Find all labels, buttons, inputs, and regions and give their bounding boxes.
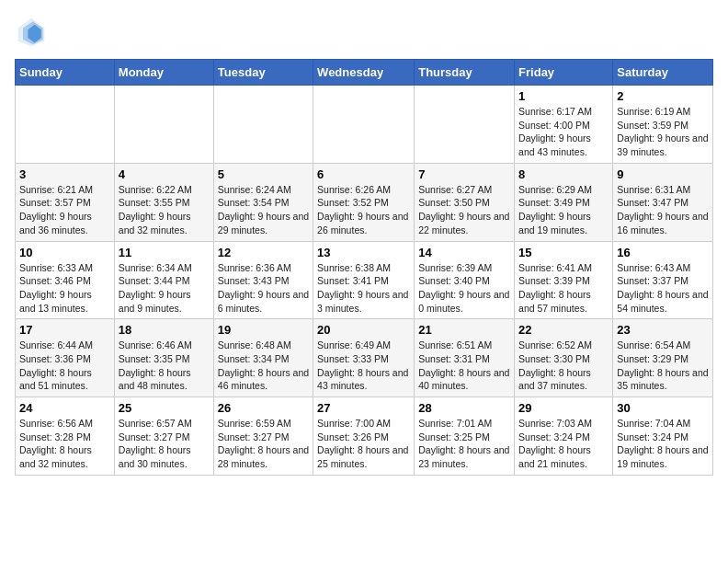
calendar-cell: 16Sunrise: 6:43 AMSunset: 3:37 PMDayligh… — [613, 241, 713, 319]
page-header — [15, 15, 713, 48]
day-number: 6 — [317, 167, 410, 181]
day-number: 26 — [218, 401, 309, 415]
calendar-cell: 12Sunrise: 6:36 AMSunset: 3:43 PMDayligh… — [213, 241, 313, 319]
day-info: Sunrise: 6:31 AMSunset: 3:47 PMDaylight:… — [617, 183, 709, 237]
header-tuesday: Tuesday — [213, 60, 313, 86]
calendar-cell: 20Sunrise: 6:49 AMSunset: 3:33 PMDayligh… — [313, 319, 415, 397]
calendar-cell: 7Sunrise: 6:27 AMSunset: 3:50 PMDaylight… — [415, 163, 515, 241]
day-number: 19 — [218, 323, 309, 337]
header-friday: Friday — [515, 60, 613, 86]
day-number: 27 — [317, 401, 410, 415]
calendar-cell: 28Sunrise: 7:01 AMSunset: 3:25 PMDayligh… — [415, 397, 515, 476]
calendar-cell — [213, 86, 313, 164]
day-number: 24 — [19, 401, 110, 415]
calendar-cell — [114, 86, 213, 164]
day-info: Sunrise: 6:39 AMSunset: 3:40 PMDaylight:… — [418, 261, 510, 316]
calendar-header-row: SundayMondayTuesdayWednesdayThursdayFrid… — [16, 60, 713, 86]
logo-icon — [15, 15, 48, 48]
day-info: Sunrise: 7:00 AMSunset: 3:26 PMDaylight:… — [317, 417, 410, 471]
day-info: Sunrise: 6:48 AMSunset: 3:34 PMDaylight:… — [218, 339, 309, 393]
day-number: 8 — [518, 167, 609, 181]
calendar-cell: 17Sunrise: 6:44 AMSunset: 3:36 PMDayligh… — [16, 319, 115, 397]
calendar-cell: 2Sunrise: 6:19 AMSunset: 3:59 PMDaylight… — [613, 86, 713, 164]
calendar-week-5: 24Sunrise: 6:56 AMSunset: 3:28 PMDayligh… — [16, 397, 713, 476]
day-info: Sunrise: 6:46 AMSunset: 3:35 PMDaylight:… — [119, 339, 210, 393]
day-info: Sunrise: 6:49 AMSunset: 3:33 PMDaylight:… — [317, 339, 410, 393]
day-info: Sunrise: 6:52 AMSunset: 3:30 PMDaylight:… — [518, 339, 609, 393]
calendar-cell: 10Sunrise: 6:33 AMSunset: 3:46 PMDayligh… — [16, 241, 115, 319]
calendar-cell: 11Sunrise: 6:34 AMSunset: 3:44 PMDayligh… — [114, 241, 213, 319]
day-number: 18 — [119, 323, 210, 337]
day-number: 20 — [317, 323, 410, 337]
logo — [15, 15, 51, 48]
day-info: Sunrise: 6:51 AMSunset: 3:31 PMDaylight:… — [418, 339, 510, 393]
calendar-cell: 13Sunrise: 6:38 AMSunset: 3:41 PMDayligh… — [313, 241, 415, 319]
calendar-cell: 25Sunrise: 6:57 AMSunset: 3:27 PMDayligh… — [114, 397, 213, 476]
day-info: Sunrise: 7:01 AMSunset: 3:25 PMDaylight:… — [418, 417, 510, 471]
day-number: 21 — [418, 323, 510, 337]
day-number: 28 — [418, 401, 510, 415]
day-number: 2 — [617, 89, 709, 103]
day-number: 5 — [218, 167, 309, 181]
calendar-cell: 14Sunrise: 6:39 AMSunset: 3:40 PMDayligh… — [415, 241, 515, 319]
calendar-cell: 1Sunrise: 6:17 AMSunset: 4:00 PMDaylight… — [515, 86, 613, 164]
calendar-cell: 22Sunrise: 6:52 AMSunset: 3:30 PMDayligh… — [515, 319, 613, 397]
day-info: Sunrise: 6:21 AMSunset: 3:57 PMDaylight:… — [19, 183, 110, 237]
calendar-cell: 23Sunrise: 6:54 AMSunset: 3:29 PMDayligh… — [613, 319, 713, 397]
day-number: 14 — [418, 246, 510, 259]
day-info: Sunrise: 6:38 AMSunset: 3:41 PMDaylight:… — [317, 261, 410, 316]
day-info: Sunrise: 6:17 AMSunset: 4:00 PMDaylight:… — [518, 105, 609, 159]
day-number: 9 — [617, 167, 709, 181]
calendar-cell: 19Sunrise: 6:48 AMSunset: 3:34 PMDayligh… — [213, 319, 313, 397]
day-info: Sunrise: 6:34 AMSunset: 3:44 PMDaylight:… — [119, 261, 210, 316]
day-info: Sunrise: 6:22 AMSunset: 3:55 PMDaylight:… — [119, 183, 210, 237]
calendar-cell: 18Sunrise: 6:46 AMSunset: 3:35 PMDayligh… — [114, 319, 213, 397]
day-info: Sunrise: 6:44 AMSunset: 3:36 PMDaylight:… — [19, 339, 110, 393]
day-number: 30 — [617, 401, 709, 415]
day-number: 23 — [617, 323, 709, 337]
day-number: 25 — [119, 401, 210, 415]
day-number: 16 — [617, 246, 709, 259]
calendar-cell: 21Sunrise: 6:51 AMSunset: 3:31 PMDayligh… — [415, 319, 515, 397]
calendar-cell: 24Sunrise: 6:56 AMSunset: 3:28 PMDayligh… — [16, 397, 115, 476]
day-number: 11 — [119, 246, 210, 259]
day-info: Sunrise: 6:24 AMSunset: 3:54 PMDaylight:… — [218, 183, 309, 237]
calendar-cell: 30Sunrise: 7:04 AMSunset: 3:24 PMDayligh… — [613, 397, 713, 476]
day-info: Sunrise: 6:29 AMSunset: 3:49 PMDaylight:… — [518, 183, 609, 237]
day-info: Sunrise: 6:56 AMSunset: 3:28 PMDaylight:… — [19, 417, 110, 471]
day-info: Sunrise: 6:27 AMSunset: 3:50 PMDaylight:… — [418, 183, 510, 237]
calendar-cell: 26Sunrise: 6:59 AMSunset: 3:27 PMDayligh… — [213, 397, 313, 476]
calendar-week-4: 17Sunrise: 6:44 AMSunset: 3:36 PMDayligh… — [16, 319, 713, 397]
day-number: 3 — [19, 167, 110, 181]
calendar-cell: 15Sunrise: 6:41 AMSunset: 3:39 PMDayligh… — [515, 241, 613, 319]
day-number: 13 — [317, 246, 410, 259]
day-info: Sunrise: 6:33 AMSunset: 3:46 PMDaylight:… — [19, 261, 110, 316]
day-info: Sunrise: 6:43 AMSunset: 3:37 PMDaylight:… — [617, 261, 709, 316]
day-number: 1 — [518, 89, 609, 103]
header-wednesday: Wednesday — [313, 60, 415, 86]
calendar-cell: 29Sunrise: 7:03 AMSunset: 3:24 PMDayligh… — [515, 397, 613, 476]
calendar-week-3: 10Sunrise: 6:33 AMSunset: 3:46 PMDayligh… — [16, 241, 713, 319]
calendar-cell: 5Sunrise: 6:24 AMSunset: 3:54 PMDaylight… — [213, 163, 313, 241]
calendar-table: SundayMondayTuesdayWednesdayThursdayFrid… — [15, 59, 713, 476]
day-info: Sunrise: 6:19 AMSunset: 3:59 PMDaylight:… — [617, 105, 709, 159]
calendar-week-2: 3Sunrise: 6:21 AMSunset: 3:57 PMDaylight… — [16, 163, 713, 241]
calendar-cell: 3Sunrise: 6:21 AMSunset: 3:57 PMDaylight… — [16, 163, 115, 241]
day-info: Sunrise: 7:03 AMSunset: 3:24 PMDaylight:… — [518, 417, 609, 471]
day-info: Sunrise: 6:41 AMSunset: 3:39 PMDaylight:… — [518, 261, 609, 316]
header-thursday: Thursday — [415, 60, 515, 86]
calendar-cell: 8Sunrise: 6:29 AMSunset: 3:49 PMDaylight… — [515, 163, 613, 241]
day-number: 7 — [418, 167, 510, 181]
day-number: 15 — [518, 246, 609, 259]
day-number: 17 — [19, 323, 110, 337]
calendar-cell: 27Sunrise: 7:00 AMSunset: 3:26 PMDayligh… — [313, 397, 415, 476]
day-number: 10 — [19, 246, 110, 259]
day-info: Sunrise: 6:59 AMSunset: 3:27 PMDaylight:… — [218, 417, 309, 471]
day-info: Sunrise: 6:54 AMSunset: 3:29 PMDaylight:… — [617, 339, 709, 393]
day-number: 22 — [518, 323, 609, 337]
calendar-cell: 6Sunrise: 6:26 AMSunset: 3:52 PMDaylight… — [313, 163, 415, 241]
day-number: 12 — [218, 246, 309, 259]
header-monday: Monday — [114, 60, 213, 86]
calendar-cell — [313, 86, 415, 164]
calendar-cell: 4Sunrise: 6:22 AMSunset: 3:55 PMDaylight… — [114, 163, 213, 241]
